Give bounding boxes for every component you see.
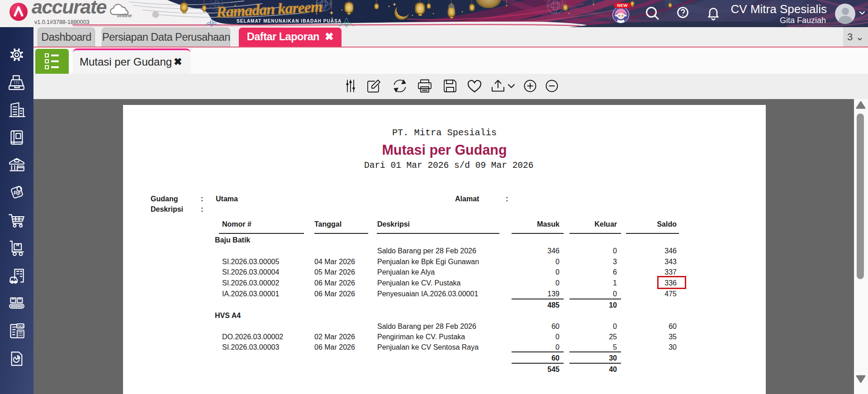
- svg-text:Rp: Rp: [14, 190, 20, 195]
- svg-text:TAX: TAX: [17, 324, 24, 328]
